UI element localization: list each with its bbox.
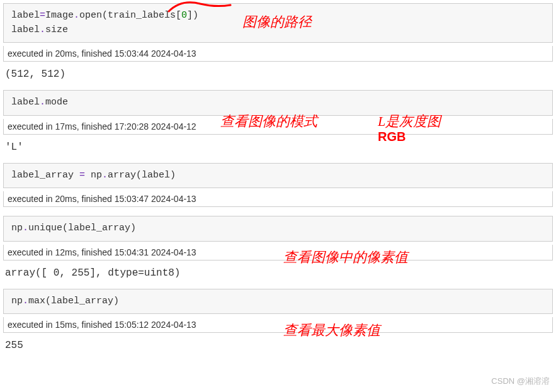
cell-output: (512, 512)	[0, 65, 556, 84]
execution-info: executed in 12ms, finished 15:04:31 2024…	[3, 245, 553, 260]
notebook-cell: np.unique(label_array) executed in 12ms,…	[0, 216, 556, 260]
watermark-text: CSDN @湘溶溶	[491, 376, 550, 387]
code-input[interactable]: np.max(label_array)	[3, 289, 553, 315]
code-input[interactable]: np.unique(label_array)	[3, 216, 553, 242]
cell-output: 'L'	[0, 138, 556, 157]
execution-info: executed in 15ms, finished 15:05:12 2024…	[3, 317, 553, 333]
code-input[interactable]: label=Image.open(train_labels[0])label.s…	[3, 3, 553, 43]
code-input[interactable]: label_array = np.array(label)	[3, 163, 553, 189]
execution-info: executed in 17ms, finished 17:20:28 2024…	[3, 119, 553, 135]
execution-info: executed in 20ms, finished 15:03:47 2024…	[3, 191, 553, 207]
code-input[interactable]: label.mode	[3, 90, 553, 116]
execution-info: executed in 20ms, finished 15:03:44 2024…	[3, 46, 553, 62]
notebook-cell: np.max(label_array) executed in 15ms, fi…	[0, 289, 556, 333]
notebook-cell: label.mode executed in 17ms, finished 17…	[0, 90, 556, 135]
notebook-cell: label=Image.open(train_labels[0])label.s…	[0, 3, 556, 62]
cell-output: 255	[0, 336, 556, 355]
notebook-cell: label_array = np.array(label) executed i…	[0, 163, 556, 208]
cell-output: array([ 0, 255], dtype=uint8)	[0, 264, 556, 283]
